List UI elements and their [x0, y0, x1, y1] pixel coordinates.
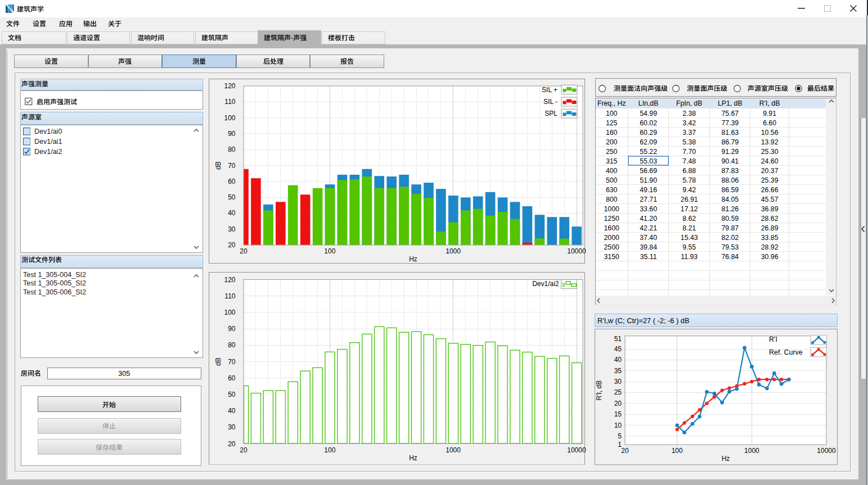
svg-text:56.69: 56.69: [640, 166, 657, 174]
svg-text:33.85: 33.85: [761, 233, 779, 241]
svg-text:39.84: 39.84: [640, 243, 657, 251]
svg-text:Hz: Hz: [409, 454, 417, 461]
svg-text:200: 200: [606, 138, 618, 146]
svg-text:54.99: 54.99: [640, 109, 657, 117]
svg-text:45: 45: [614, 345, 622, 353]
svg-text:3150: 3150: [604, 252, 619, 260]
svg-text:20: 20: [240, 446, 248, 454]
svg-text:25: 25: [614, 388, 622, 396]
svg-text:30: 30: [614, 378, 622, 386]
svg-text:Hz: Hz: [409, 255, 417, 263]
svg-text:51.90: 51.90: [640, 176, 657, 184]
svg-text:1000: 1000: [744, 447, 759, 455]
svg-text:77.39: 77.39: [721, 119, 739, 126]
svg-text:49.16: 49.16: [640, 185, 657, 193]
svg-text:1600: 1600: [604, 224, 619, 232]
svg-text:9.91: 9.91: [763, 109, 776, 117]
svg-text:120: 120: [224, 82, 235, 90]
svg-text:10.56: 10.56: [761, 128, 779, 136]
svg-text:2500: 2500: [604, 243, 619, 251]
svg-text:R'I, dB: R'I, dB: [759, 99, 780, 107]
svg-text:35: 35: [614, 367, 622, 375]
svg-text:630: 630: [606, 185, 618, 193]
svg-text:20: 20: [621, 447, 629, 455]
svg-text:90: 90: [228, 325, 236, 333]
svg-text:42.21: 42.21: [640, 224, 657, 232]
svg-text:SIL +: SIL +: [542, 86, 557, 94]
svg-text:6.60: 6.60: [763, 119, 776, 126]
svg-text:100: 100: [224, 114, 235, 121]
svg-text:76.84: 76.84: [721, 252, 739, 260]
svg-text:5.78: 5.78: [682, 176, 696, 184]
svg-text:110: 110: [224, 98, 235, 106]
svg-text:Ref. Curve: Ref. Curve: [769, 348, 803, 356]
svg-text:100: 100: [224, 308, 235, 316]
svg-text:SIL -: SIL -: [543, 98, 557, 106]
svg-text:60.29: 60.29: [640, 128, 657, 136]
svg-text:1000: 1000: [604, 205, 619, 212]
svg-text:SPL: SPL: [545, 110, 557, 117]
svg-text:FpIn, dB: FpIn, dB: [676, 99, 702, 107]
svg-text:91.29: 91.29: [721, 147, 739, 155]
svg-text:80: 80: [228, 341, 236, 349]
svg-text:dB: dB: [214, 357, 222, 366]
svg-text:80.59: 80.59: [721, 214, 739, 222]
svg-text:88.06: 88.06: [721, 176, 739, 184]
svg-text:2.38: 2.38: [682, 109, 696, 117]
svg-text:LP1, dB: LP1, dB: [718, 99, 743, 107]
svg-text:50: 50: [228, 390, 236, 398]
svg-text:15: 15: [614, 410, 622, 418]
svg-text:82.02: 82.02: [721, 233, 739, 241]
svg-text:7.70: 7.70: [682, 147, 696, 155]
svg-text:40: 40: [228, 407, 236, 415]
svg-text:13.92: 13.92: [761, 138, 779, 146]
svg-text:1000: 1000: [446, 446, 461, 454]
svg-text:87.83: 87.83: [721, 166, 739, 174]
svg-text:17.12: 17.12: [681, 205, 698, 212]
svg-text:20: 20: [228, 241, 236, 249]
svg-text:70: 70: [228, 161, 236, 169]
svg-text:315: 315: [606, 157, 618, 165]
svg-text:70: 70: [228, 357, 236, 365]
svg-text:20: 20: [228, 439, 236, 447]
svg-text:125: 125: [606, 119, 618, 126]
svg-text:60.02: 60.02: [640, 119, 657, 126]
svg-text:11.93: 11.93: [681, 252, 698, 260]
svg-text:36.89: 36.89: [761, 205, 779, 212]
svg-text:35.11: 35.11: [640, 252, 657, 260]
svg-text:51: 51: [614, 335, 622, 343]
svg-text:62.09: 62.09: [640, 138, 657, 146]
svg-text:30: 30: [228, 423, 236, 431]
svg-text:75.67: 75.67: [721, 109, 739, 117]
svg-text:400: 400: [606, 166, 618, 174]
svg-text:79.53: 79.53: [721, 243, 739, 251]
svg-text:10000: 10000: [567, 446, 586, 454]
svg-text:100: 100: [324, 247, 335, 255]
svg-text:9.55: 9.55: [682, 243, 696, 251]
svg-text:40: 40: [614, 356, 622, 364]
svg-text:86.59: 86.59: [721, 185, 739, 193]
svg-text:160: 160: [606, 128, 618, 136]
svg-text:9.42: 9.42: [682, 185, 696, 193]
svg-text:33.60: 33.60: [640, 205, 657, 212]
svg-text:50: 50: [228, 193, 236, 201]
svg-text:100: 100: [324, 446, 335, 454]
svg-text:Dev1/ai2: Dev1/ai2: [532, 280, 559, 288]
svg-text:R'I: R'I: [769, 336, 777, 343]
svg-text:40: 40: [228, 209, 236, 217]
svg-text:45.57: 45.57: [761, 195, 779, 203]
svg-text:dB: dB: [214, 161, 222, 170]
svg-text:20.37: 20.37: [761, 166, 779, 174]
svg-text:37.40: 37.40: [640, 233, 657, 241]
svg-text:120: 120: [224, 275, 235, 283]
svg-text:90.41: 90.41: [721, 157, 739, 165]
svg-text:60: 60: [228, 177, 236, 185]
svg-text:30: 30: [228, 225, 236, 233]
svg-text:10: 10: [614, 421, 622, 429]
svg-text:3.37: 3.37: [682, 128, 696, 136]
svg-text:8.62: 8.62: [682, 214, 696, 222]
svg-text:8.21: 8.21: [682, 224, 696, 232]
svg-text:1000: 1000: [446, 247, 461, 255]
svg-text:90: 90: [228, 129, 236, 137]
svg-text:81.26: 81.26: [721, 205, 739, 212]
